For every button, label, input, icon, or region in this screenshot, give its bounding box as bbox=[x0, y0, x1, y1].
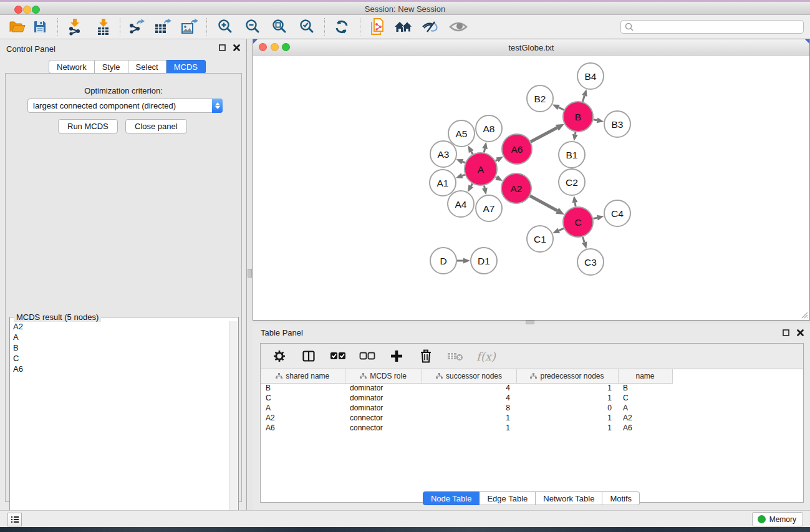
divider-handle[interactable] bbox=[248, 269, 252, 278]
graph-node-A6[interactable]: A6 bbox=[502, 134, 532, 164]
add-column-icon[interactable] bbox=[388, 348, 405, 364]
graph-node-C1[interactable]: C1 bbox=[527, 226, 553, 252]
graph-node-A5[interactable]: A5 bbox=[448, 120, 475, 147]
table-row[interactable]: A6connector11A6 bbox=[261, 423, 672, 433]
hide-details-icon[interactable] bbox=[421, 17, 440, 36]
graph-edge-B-B1[interactable] bbox=[572, 132, 578, 142]
column-header-predecessor-nodes[interactable]: predecessor nodes bbox=[516, 369, 618, 383]
network-canvas[interactable]: B4B2BB3A8A5A6A3B1AA1C2A2A4A7C4CC1DD1C3 bbox=[253, 56, 809, 320]
table-cell[interactable]: connector bbox=[345, 423, 422, 433]
table-cell[interactable]: A6 bbox=[618, 423, 672, 433]
delete-column-trash-icon[interactable] bbox=[418, 348, 434, 364]
table-cell[interactable]: 1 bbox=[422, 413, 516, 423]
vertical-split-divider[interactable] bbox=[247, 39, 253, 510]
graph-edge-C-C4[interactable] bbox=[593, 215, 604, 221]
graph-edge-A-A7[interactable] bbox=[482, 185, 488, 195]
close-panel-icon[interactable] bbox=[233, 44, 240, 51]
tab-motifs[interactable]: Motifs bbox=[602, 491, 640, 505]
mcds-result-item[interactable]: C bbox=[11, 353, 229, 364]
graph-node-C3[interactable]: C3 bbox=[577, 249, 604, 275]
table-cell[interactable]: C bbox=[618, 393, 672, 403]
tab-node-table[interactable]: Node Table bbox=[423, 491, 480, 505]
table-cell[interactable]: 8 bbox=[422, 403, 516, 413]
column-header-name[interactable]: name bbox=[618, 369, 672, 383]
graph-node-B[interactable]: B bbox=[563, 102, 593, 132]
mcds-result-item[interactable]: A6 bbox=[11, 364, 229, 374]
float-panel-icon[interactable] bbox=[219, 44, 226, 51]
tab-edge-table[interactable]: Edge Table bbox=[480, 491, 536, 505]
graph-edge-A-A5[interactable] bbox=[468, 145, 474, 154]
graph-node-A[interactable]: A bbox=[465, 153, 497, 185]
import-network-icon[interactable] bbox=[65, 17, 84, 36]
graph-node-A4[interactable]: A4 bbox=[448, 191, 474, 217]
graph-node-C[interactable]: C bbox=[563, 207, 593, 237]
table-cell[interactable]: dominator bbox=[345, 403, 422, 413]
import-table-icon[interactable] bbox=[94, 17, 113, 36]
table-cell[interactable]: 4 bbox=[422, 393, 516, 403]
mcds-result-item[interactable]: B bbox=[11, 342, 229, 353]
graph-node-C2[interactable]: C2 bbox=[559, 169, 585, 195]
new-network-from-selection-icon[interactable] bbox=[368, 17, 387, 36]
graph-edge-A-A2[interactable] bbox=[495, 175, 503, 181]
table-cell[interactable]: B bbox=[261, 383, 345, 393]
resize-grip-icon[interactable] bbox=[800, 311, 808, 319]
refresh-icon[interactable] bbox=[332, 17, 351, 36]
open-session-icon[interactable] bbox=[8, 17, 27, 36]
close-panel-button[interactable]: Close panel bbox=[125, 119, 187, 133]
tab-network-table[interactable]: Network Table bbox=[536, 491, 602, 505]
table-cell[interactable]: 4 bbox=[422, 383, 516, 393]
graph-node-D1[interactable]: D1 bbox=[471, 248, 497, 274]
table-cell[interactable]: 0 bbox=[516, 403, 618, 413]
settings-gear-icon[interactable] bbox=[271, 348, 287, 364]
export-table-icon[interactable] bbox=[153, 17, 172, 36]
save-session-icon[interactable] bbox=[31, 17, 49, 36]
table-row[interactable]: Adominator80A bbox=[261, 403, 672, 413]
table-cell[interactable]: A bbox=[618, 403, 672, 413]
graph-edge-A-A6[interactable] bbox=[496, 157, 503, 162]
table-cell[interactable]: A2 bbox=[618, 413, 672, 423]
table-row[interactable]: A2connector11A2 bbox=[261, 413, 672, 423]
table-cell[interactable]: connector bbox=[345, 413, 422, 423]
table-cell[interactable]: dominator bbox=[345, 383, 422, 393]
table-cell[interactable]: B bbox=[618, 383, 672, 393]
task-history-button[interactable] bbox=[7, 513, 22, 526]
table-row[interactable]: Cdominator41C bbox=[261, 393, 672, 403]
graph-edge-A-A4[interactable] bbox=[468, 183, 473, 191]
graph-edge-A-A3[interactable] bbox=[456, 159, 465, 164]
graph-node-C4[interactable]: C4 bbox=[604, 200, 630, 226]
table-cell[interactable]: 1 bbox=[422, 423, 516, 433]
graph-edge-C-C1[interactable] bbox=[552, 228, 564, 234]
column-header-shared-name[interactable]: shared name bbox=[261, 369, 345, 383]
table-cell[interactable]: A2 bbox=[261, 413, 345, 423]
graph-edge-A6-B[interactable] bbox=[531, 124, 564, 142]
table-row[interactable]: Bdominator41B bbox=[261, 383, 672, 393]
graph-node-A1[interactable]: A1 bbox=[430, 170, 456, 196]
column-header-MCDS-role[interactable]: MCDS role bbox=[345, 369, 422, 383]
tab-select[interactable]: Select bbox=[128, 60, 166, 74]
graph-node-B3[interactable]: B3 bbox=[604, 111, 630, 137]
graph-node-A3[interactable]: A3 bbox=[430, 141, 456, 167]
zoom-in-icon[interactable] bbox=[216, 17, 234, 36]
select-all-columns-icon[interactable] bbox=[330, 348, 346, 364]
graph-node-B4[interactable]: B4 bbox=[577, 63, 604, 89]
graph-edge-A-A8[interactable] bbox=[482, 142, 488, 153]
table-cell[interactable]: 1 bbox=[516, 383, 618, 393]
graph-node-A7[interactable]: A7 bbox=[476, 195, 502, 221]
export-image-icon[interactable] bbox=[180, 17, 199, 36]
table-cell[interactable]: A bbox=[261, 403, 345, 413]
tab-network[interactable]: Network bbox=[49, 60, 95, 74]
criterion-dropdown[interactable]: largest connected component (directed) bbox=[27, 99, 223, 113]
close-panel-icon[interactable] bbox=[797, 329, 804, 336]
graph-node-B1[interactable]: B1 bbox=[559, 142, 585, 168]
graph-edge-C-C2[interactable] bbox=[572, 196, 578, 207]
graph-edge-A-A1[interactable] bbox=[456, 173, 465, 178]
show-details-icon[interactable] bbox=[449, 17, 468, 36]
deselect-all-columns-icon[interactable] bbox=[359, 348, 375, 364]
graph-node-A8[interactable]: A8 bbox=[476, 115, 502, 142]
split-table-icon[interactable] bbox=[301, 348, 317, 364]
mcds-result-item[interactable]: A bbox=[11, 332, 229, 342]
graph-edge-A2-C[interactable] bbox=[530, 196, 564, 215]
memory-button[interactable]: Memory bbox=[752, 512, 803, 526]
graph-edge-B-B4[interactable] bbox=[582, 89, 587, 102]
table-cell[interactable]: A6 bbox=[261, 423, 345, 433]
